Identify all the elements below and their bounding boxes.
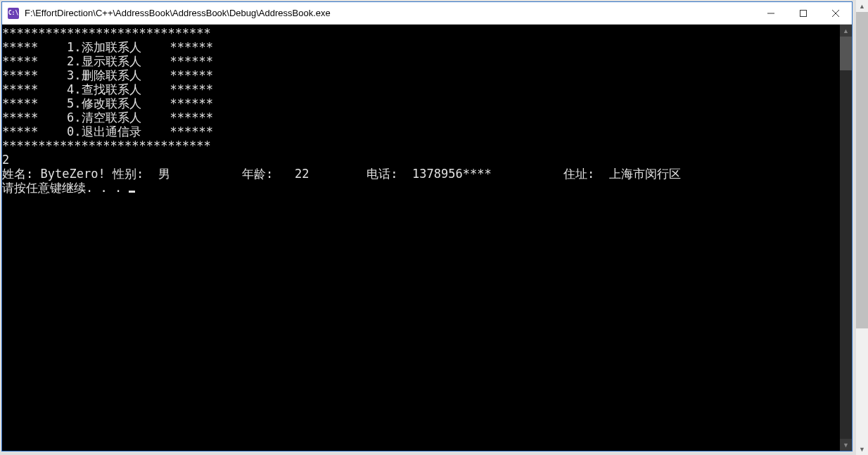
user-input: 2 [2, 153, 9, 167]
outer-scrollbar[interactable]: ▲ ▼ [856, 0, 868, 455]
scroll-down-button[interactable]: ▼ [840, 439, 852, 451]
record-addr-value: 上海市闵行区 [609, 167, 681, 181]
menu-item-4: ***** 4.查找联系人 ****** [2, 82, 213, 96]
scroll-up-button[interactable]: ▲ [840, 25, 852, 37]
console-output[interactable]: ***************************** ***** 1.添加… [2, 25, 840, 451]
cursor-icon [129, 191, 135, 193]
minimize-button[interactable] [755, 2, 787, 24]
record-phone-value: 1378956**** [412, 167, 492, 181]
outer-scroll-up-button[interactable]: ▲ [856, 0, 868, 12]
menu-border-bottom: ***************************** [2, 139, 211, 153]
record-name-label: 姓名: [2, 167, 33, 181]
titlebar[interactable]: C:\ F:\EffortDirection\C++\AddressBook\A… [2, 2, 852, 25]
outer-scroll-down-button[interactable]: ▼ [856, 443, 868, 455]
record-name-value: ByteZero! [41, 167, 106, 181]
menu-border-top: ***************************** [2, 26, 211, 40]
record-gender-label: 性别: [113, 167, 143, 181]
menu-item-1: ***** 1.添加联系人 ****** [2, 40, 213, 54]
window-controls [755, 2, 852, 24]
menu-item-6: ***** 6.清空联系人 ****** [2, 110, 213, 124]
continue-prompt: 请按任意键继续. . . [2, 181, 129, 195]
window-title: F:\EffortDirection\C++\AddressBook\Addre… [25, 8, 755, 18]
record-addr-label: 住址: [563, 167, 594, 181]
record-gender-value: 男 [158, 167, 170, 181]
menu-item-0: ***** 0.退出通信录 ****** [2, 124, 213, 139]
scroll-thumb[interactable] [840, 37, 852, 70]
outer-scroll-thumb[interactable] [856, 12, 868, 328]
svg-rect-1 [800, 10, 807, 16]
app-icon: C:\ [8, 8, 19, 19]
console-client-area: ***************************** ***** 1.添加… [2, 25, 852, 451]
record-phone-label: 电话: [366, 167, 397, 181]
record-age-value: 22 [295, 167, 309, 181]
console-window: C:\ F:\EffortDirection\C++\AddressBook\A… [1, 1, 853, 451]
close-button[interactable] [819, 2, 852, 24]
record-age-label: 年龄: [242, 167, 273, 181]
console-scrollbar[interactable]: ▲ ▼ [840, 25, 852, 451]
maximize-button[interactable] [787, 2, 819, 24]
menu-item-3: ***** 3.删除联系人 ****** [2, 68, 213, 82]
menu-item-5: ***** 5.修改联系人 ****** [2, 96, 213, 110]
menu-item-2: ***** 2.显示联系人 ****** [2, 54, 213, 68]
